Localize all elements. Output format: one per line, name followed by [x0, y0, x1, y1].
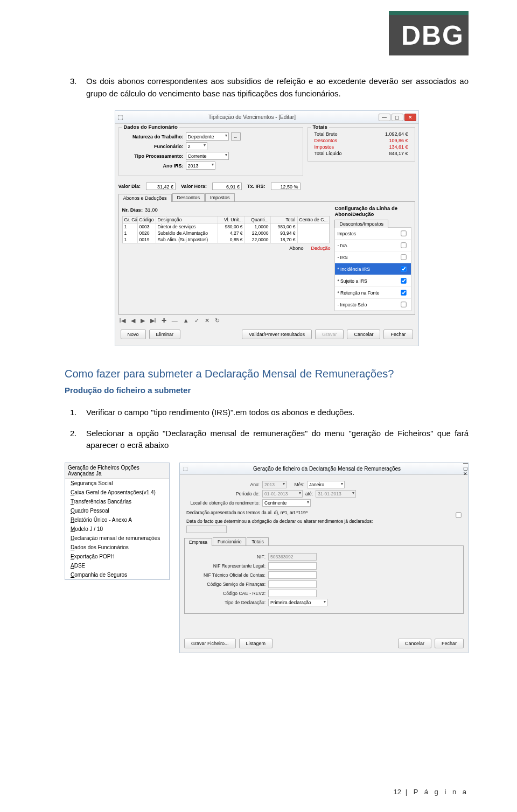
menu-item[interactable]: Declaração mensal de remunerações: [65, 534, 169, 543]
check-item[interactable]: - IRS: [335, 251, 410, 263]
maximize-button[interactable]: ▢: [392, 114, 403, 121]
nif-field[interactable]: 503363092: [268, 553, 317, 561]
add-icon[interactable]: ✚: [162, 317, 166, 324]
table-row[interactable]: 10020Subsídio de Alimentação4,27 €22,000…: [123, 230, 330, 236]
menu-item[interactable]: Exportação POPH: [65, 552, 169, 561]
table-row[interactable]: 10003Diretor de serviços980,00 €1,000098…: [123, 223, 330, 230]
table-header-cell[interactable]: Gr. Cá...: [123, 216, 138, 223]
check-item[interactable]: - IVA: [335, 240, 410, 251]
tab-descontos-impostos[interactable]: Descontos/Impostos: [334, 220, 388, 228]
tab-totais[interactable]: Totais: [247, 537, 268, 545]
gravar-button[interactable]: Gravar: [315, 330, 344, 339]
tab-descontos[interactable]: Descontos: [172, 193, 205, 201]
totais-row: Impostos134,61 €: [312, 144, 410, 150]
check-item[interactable]: * Retenção na Fonte: [335, 287, 410, 299]
record-navigator[interactable]: I◀ ◀ ▶ ▶I ✚ — ▲ ✓ ✕ ↻: [118, 315, 415, 326]
table-header-cell[interactable]: Quanti...: [245, 216, 271, 223]
novo-button[interactable]: Novo: [121, 330, 146, 339]
mes-select[interactable]: Janeiro: [307, 481, 345, 488]
tab-empresa[interactable]: Empresa: [184, 538, 212, 546]
nif-rep-field[interactable]: [268, 562, 317, 570]
nif-toc-field[interactable]: [268, 571, 317, 579]
checkbox[interactable]: [401, 266, 406, 271]
lookup-button[interactable]: ...: [231, 132, 241, 141]
eliminar-button[interactable]: Eliminar: [149, 330, 181, 339]
tipo-decl-select[interactable]: Primeira declaração: [268, 599, 327, 606]
next-icon[interactable]: ▶: [141, 317, 145, 324]
fechar-button[interactable]: Fechar: [383, 330, 413, 339]
gravar-ficheiro-button[interactable]: Gravar Ficheiro...: [184, 639, 236, 648]
cancelar-button[interactable]: Cancelar: [398, 639, 431, 648]
cancel-edit-icon[interactable]: ✕: [205, 317, 209, 324]
menu-item[interactable]: ADSE: [65, 561, 169, 570]
nr-dias-value[interactable]: 31,00: [145, 207, 174, 213]
close-button[interactable]: ✕: [463, 471, 468, 477]
menu-item[interactable]: Segurança Social: [65, 479, 169, 488]
table-header-cell[interactable]: Total: [271, 216, 298, 223]
maximize-button[interactable]: ▢: [463, 466, 468, 471]
last-icon[interactable]: ▶I: [150, 317, 156, 324]
menu-item[interactable]: Modelo J / 10: [65, 524, 169, 534]
ano-irs-select[interactable]: 2013: [186, 162, 215, 170]
tab-funcionário[interactable]: Funcionário: [213, 537, 246, 545]
confirm-icon[interactable]: ✓: [194, 317, 199, 324]
menu-item[interactable]: Caixa Geral de Aposentações(v1.4): [65, 488, 169, 497]
natureza-select[interactable]: Dependente: [186, 132, 229, 141]
table-row[interactable]: 10019Sub.Alim. (Suj.Impostos)0,85 €22,00…: [123, 236, 330, 243]
abono-label: Abono: [289, 246, 303, 251]
refresh-icon[interactable]: ↻: [215, 317, 220, 324]
checkbox[interactable]: [401, 242, 406, 248]
table-header-cell[interactable]: Designação: [156, 216, 218, 223]
remove-icon[interactable]: —: [172, 317, 178, 324]
prev-icon[interactable]: ◀: [131, 317, 135, 324]
tab-abonos-e-dedu-es[interactable]: Abonos e Deduções: [118, 194, 172, 202]
totais-row: Total Bruto1.092,64 €: [312, 131, 410, 137]
check-item[interactable]: - Imposto Selo: [335, 299, 410, 311]
checkbox[interactable]: [401, 290, 406, 295]
minimize-button[interactable]: —: [463, 460, 468, 466]
tab-impostos[interactable]: Impostos: [205, 193, 235, 201]
table-header-cell[interactable]: Código: [138, 216, 156, 223]
data-facto-field[interactable]: [186, 526, 227, 533]
local-select[interactable]: Continente: [262, 499, 311, 507]
check-item[interactable]: Impostos: [335, 228, 410, 240]
decl-119-checkbox[interactable]: [456, 512, 461, 517]
check-item[interactable]: * Incidência IRS: [335, 263, 410, 275]
table-header-cell[interactable]: Centro de C...: [298, 216, 330, 223]
tipo-processamento-select[interactable]: Corrente: [186, 152, 229, 160]
cod-serv-field[interactable]: [268, 580, 317, 588]
close-button[interactable]: ✕: [404, 114, 416, 121]
label-tx-irs: Tx. IRS:: [247, 184, 266, 189]
periodo-de-field[interactable]: 01-01-2013: [262, 490, 303, 498]
periodo-ate-field[interactable]: 31-01-2013: [316, 490, 356, 498]
checkbox[interactable]: [401, 230, 406, 236]
deducao-label: Dedução: [311, 246, 330, 251]
window-title: Tipificação de Vencimentos - [Editar]: [126, 114, 379, 120]
minimize-button[interactable]: —: [379, 114, 390, 121]
cancelar-button[interactable]: Cancelar: [347, 330, 380, 339]
step-1: 1. Verificar o campo "tipo rendimento (I…: [70, 407, 469, 419]
menu-item[interactable]: Companhia de Seguros: [65, 570, 169, 579]
checkbox[interactable]: [401, 278, 406, 283]
label-periodo: Período de:: [184, 491, 260, 496]
funcionario-select[interactable]: 2: [186, 142, 207, 150]
cod-cae-field[interactable]: [268, 590, 317, 597]
label-mes: Mês:: [289, 482, 304, 487]
edit-icon[interactable]: ▲: [183, 317, 189, 324]
fechar-button[interactable]: Fechar: [435, 639, 464, 648]
menu-item[interactable]: Relatório Único - Anexo A: [65, 515, 169, 524]
descontos-impostos-list[interactable]: Impostos- IVA- IRS* Incidência IRS* Suje…: [334, 227, 411, 311]
abonos-table[interactable]: Gr. Cá...CódigoDesignaçãoVl. Unit...Quan…: [122, 216, 331, 243]
listagem-button[interactable]: Listagem: [239, 639, 273, 648]
table-header-cell[interactable]: Vl. Unit...: [218, 216, 245, 223]
checkbox[interactable]: [401, 302, 406, 307]
checkbox[interactable]: [401, 254, 406, 260]
menu-item[interactable]: Dados dos Funcionários: [65, 543, 169, 552]
validar-button[interactable]: Validar/Prever Resultados: [242, 330, 312, 339]
menu-item[interactable]: Transferências Bancárias: [65, 497, 169, 506]
ano-field[interactable]: 2013: [262, 481, 287, 488]
check-item[interactable]: * Sujeito a IRS: [335, 275, 410, 287]
menu-item[interactable]: Quadro Pessoal: [65, 506, 169, 515]
first-icon[interactable]: I◀: [120, 317, 125, 324]
screenshot-menu-geracao-ficheiros: Geração de Ficheiros Opções Avançadas Ja…: [65, 463, 170, 580]
